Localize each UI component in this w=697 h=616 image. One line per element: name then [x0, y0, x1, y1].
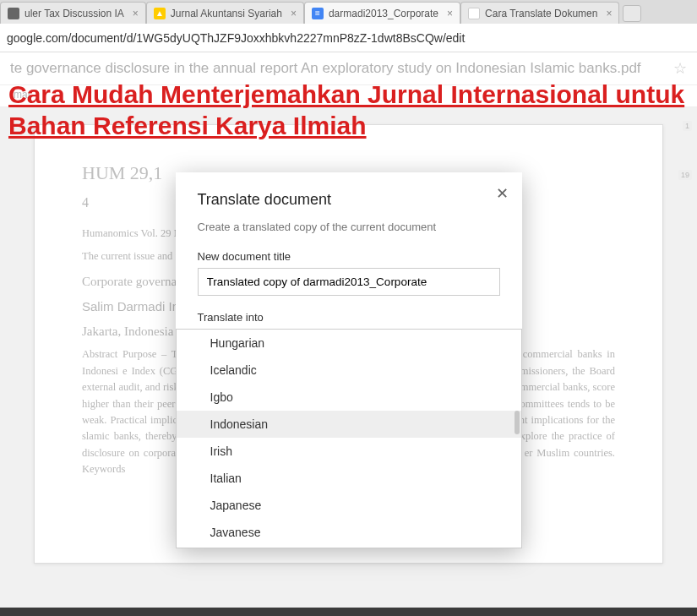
- language-option[interactable]: Igbo: [177, 384, 521, 411]
- tab-label: darmadi2013_Corporate: [329, 8, 438, 19]
- language-option[interactable]: Irish: [177, 438, 521, 465]
- language-dropdown[interactable]: HungarianIcelandicIgboIndonesianIrishIta…: [176, 329, 522, 548]
- browser-tab-active[interactable]: ≡ darmadi2013_Corporate ×: [304, 2, 460, 24]
- language-option[interactable]: Hungarian: [177, 330, 521, 357]
- url-input[interactable]: [7, 31, 690, 45]
- gdrive-icon: ▲: [154, 8, 166, 19]
- close-icon[interactable]: ×: [606, 8, 612, 19]
- language-option[interactable]: Italian: [177, 465, 521, 492]
- browser-tab[interactable]: uler Tax Discussion IA ×: [0, 2, 146, 24]
- language-option[interactable]: Indonesian: [177, 411, 521, 438]
- tab-label: Cara Translate Dokumen: [485, 8, 597, 19]
- new-tab-button[interactable]: [623, 5, 641, 22]
- language-option[interactable]: Javanese: [177, 519, 521, 546]
- tab-label: Jurnal Akuntansi Syariah: [171, 8, 282, 19]
- close-icon[interactable]: ✕: [496, 184, 509, 203]
- star-icon[interactable]: ☆: [673, 59, 687, 78]
- browser-tab[interactable]: ▲ Jurnal Akuntansi Syariah ×: [146, 2, 304, 24]
- doc-title[interactable]: te governance disclosure in the annual r…: [10, 60, 641, 77]
- overlay-headline: Cara Mudah Menterjemahkan Jurnal Interna…: [8, 79, 689, 141]
- ruler-mark: 19: [678, 170, 692, 180]
- language-option[interactable]: Icelandic: [177, 357, 521, 384]
- close-icon[interactable]: ×: [133, 8, 139, 19]
- translate-into-label: Translate into: [198, 311, 500, 324]
- dialog-title: Translate document: [198, 191, 500, 209]
- new-title-input[interactable]: [198, 268, 500, 296]
- tab-label: uler Tax Discussion IA: [25, 8, 124, 19]
- language-option[interactable]: Japanese: [177, 492, 521, 519]
- tab-favicon: [8, 8, 19, 19]
- close-icon[interactable]: ×: [291, 8, 297, 19]
- dialog-description: Create a translated copy of the current …: [198, 221, 500, 233]
- address-bar: [0, 24, 697, 52]
- browser-tab[interactable]: Cara Translate Dokumen ×: [460, 2, 619, 24]
- gdoc-icon: ≡: [312, 8, 324, 19]
- language-option[interactable]: Kannada: [177, 546, 521, 548]
- close-icon[interactable]: ×: [447, 8, 453, 19]
- browser-tabstrip: uler Tax Discussion IA × ▲ Jurnal Akunta…: [0, 0, 697, 24]
- translate-dialog: ✕ Translate document Create a translated…: [176, 172, 522, 548]
- page-icon: [468, 8, 480, 19]
- dropdown-scrollbar[interactable]: [515, 411, 520, 434]
- vertical-ruler: 1 19: [677, 121, 692, 564]
- new-title-label: New document title: [198, 250, 500, 263]
- bottom-bar: [0, 608, 697, 616]
